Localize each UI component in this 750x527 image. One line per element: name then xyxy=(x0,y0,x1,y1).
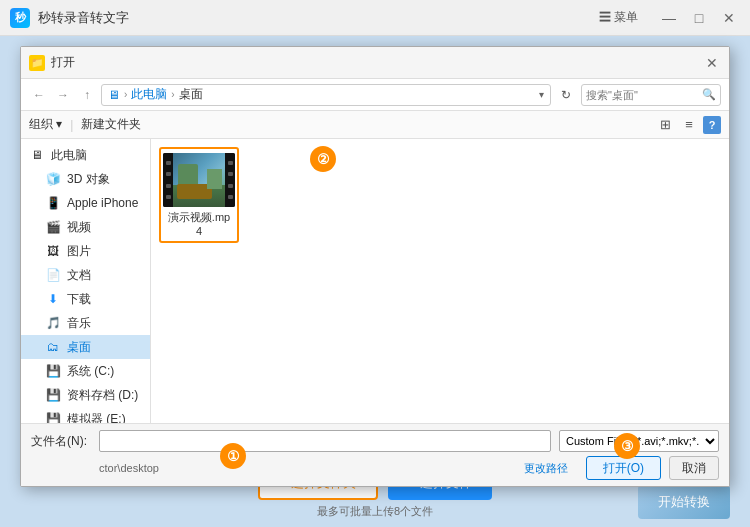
file-item[interactable]: 演示视频.mp4 xyxy=(159,147,239,243)
filename-label: 文件名(N): xyxy=(31,433,91,450)
app-body: 将视频文件拖曳至此区域，或点击添加 + 选择文件夹 □ 选择文件 最多可批量上传… xyxy=(0,36,750,527)
datad-icon: 💾 xyxy=(45,387,61,403)
maximize-button[interactable]: □ xyxy=(688,7,710,29)
dialog-title: 打开 xyxy=(51,54,703,71)
change-path-button[interactable]: 更改路径 xyxy=(524,461,568,476)
dialog-sidebar: 🖥 此电脑 🧊 3D 对象 📱 Apple iPhone 🎬 视频 🖼 xyxy=(21,139,151,423)
breadcrumb-dropdown[interactable]: ▾ xyxy=(539,89,544,100)
filmstrip-left xyxy=(163,153,173,207)
emulatroe-icon: 💾 xyxy=(45,411,61,423)
iphone-icon: 📱 xyxy=(45,195,61,211)
breadcrumb-computer[interactable]: 此电脑 xyxy=(131,86,167,103)
sidebar-item-documents[interactable]: 📄 文档 xyxy=(21,263,150,287)
3d-icon: 🧊 xyxy=(45,171,61,187)
cancel-button[interactable]: 取消 xyxy=(669,456,719,480)
forward-button[interactable]: → xyxy=(53,85,73,105)
sidebar-item-pictures[interactable]: 🖼 图片 xyxy=(21,239,150,263)
start-convert-button[interactable]: 开始转换 xyxy=(638,485,730,519)
refresh-button[interactable]: ↻ xyxy=(555,84,577,106)
file-thumbnail xyxy=(163,153,235,207)
view-list-button[interactable]: ≡ xyxy=(679,115,699,135)
computer-icon: 🖥 xyxy=(29,147,45,163)
dialog-icon: 📁 xyxy=(29,55,45,71)
back-button[interactable]: ← xyxy=(29,85,49,105)
menu-button[interactable]: ☰ 菜单 xyxy=(599,9,638,26)
callout-1: ① xyxy=(220,443,246,469)
search-box[interactable]: 🔍 xyxy=(581,84,721,106)
search-input[interactable] xyxy=(586,89,702,101)
help-button[interactable]: ? xyxy=(703,116,721,134)
music-icon: 🎵 xyxy=(45,315,61,331)
path-value: ctor\desktop xyxy=(99,462,516,474)
sidebar-item-videos[interactable]: 🎬 视频 xyxy=(21,215,150,239)
view-controls: ⊞ ≡ ? xyxy=(655,115,721,135)
pictures-icon: 🖼 xyxy=(45,243,61,259)
app-title: 秒转录音转文字 xyxy=(38,9,599,27)
sidebar-item-desktop[interactable]: 🗂 桌面 xyxy=(21,335,150,359)
callout-3: ③ xyxy=(614,433,640,459)
close-button[interactable]: ✕ xyxy=(718,7,740,29)
breadcrumb-icon: 🖥 xyxy=(108,88,120,102)
app-logo: 秒 xyxy=(10,8,30,28)
dialog-titlebar: 📁 打开 ✕ xyxy=(21,47,729,79)
dialog-toolbar2: 组织 ▾ | 新建文件夹 ⊞ ≡ ? xyxy=(21,111,729,139)
filmstrip-right xyxy=(225,153,235,207)
sidebar-item-datad[interactable]: 💾 资料存档 (D:) xyxy=(21,383,150,407)
filename-input[interactable] xyxy=(99,430,551,452)
sidebar-item-iphone[interactable]: 📱 Apple iPhone xyxy=(21,191,150,215)
open-file-dialog: 📁 打开 ✕ ← → ↑ 🖥 › 此电脑 › 桌面 ▾ ↻ 🔍 xyxy=(20,46,730,487)
videos-icon: 🎬 xyxy=(45,219,61,235)
callout-2: ② xyxy=(310,146,336,172)
minimize-button[interactable]: — xyxy=(658,7,680,29)
sidebar-item-3d[interactable]: 🧊 3D 对象 xyxy=(21,167,150,191)
sidebar-item-emulatore[interactable]: 💾 模拟器 (E:) xyxy=(21,407,150,423)
desktop-icon: 🗂 xyxy=(45,339,61,355)
up-button[interactable]: ↑ xyxy=(77,85,97,105)
organize-button[interactable]: 组织 ▾ xyxy=(29,116,62,133)
sysc-icon: 💾 xyxy=(45,363,61,379)
sidebar-item-computer[interactable]: 🖥 此电脑 xyxy=(21,143,150,167)
file-name: 演示视频.mp4 xyxy=(165,210,233,237)
sidebar-item-music[interactable]: 🎵 音乐 xyxy=(21,311,150,335)
search-icon[interactable]: 🔍 xyxy=(702,88,716,101)
downloads-icon: ⬇ xyxy=(45,291,61,307)
dialog-close-button[interactable]: ✕ xyxy=(703,54,721,72)
file-grid: 演示视频.mp4 xyxy=(159,147,721,243)
documents-icon: 📄 xyxy=(45,267,61,283)
dialog-toolbar: ← → ↑ 🖥 › 此电脑 › 桌面 ▾ ↻ 🔍 xyxy=(21,79,729,111)
dialog-content: 🖥 此电脑 🧊 3D 对象 📱 Apple iPhone 🎬 视频 🖼 xyxy=(21,139,729,423)
breadcrumb-current: 桌面 xyxy=(179,86,203,103)
file-area[interactable]: 演示视频.mp4 xyxy=(151,139,729,423)
new-folder-button[interactable]: 新建文件夹 xyxy=(81,116,141,133)
thumbnail-content xyxy=(173,153,225,207)
breadcrumb-bar[interactable]: 🖥 › 此电脑 › 桌面 ▾ xyxy=(101,84,551,106)
titlebar: 秒 秒转录音转文字 ☰ 菜单 — □ ✕ xyxy=(0,0,750,36)
sidebar-item-downloads[interactable]: ⬇ 下载 xyxy=(21,287,150,311)
open-button[interactable]: 打开(O) xyxy=(586,456,661,480)
view-toggle-button[interactable]: ⊞ xyxy=(655,115,675,135)
max-files-text: 最多可批量上传8个文件 xyxy=(317,504,433,519)
sidebar-item-sysc[interactable]: 💾 系统 (C:) xyxy=(21,359,150,383)
path-row: ctor\desktop 更改路径 打开(O) 取消 xyxy=(31,456,719,480)
window-controls: — □ ✕ xyxy=(658,7,740,29)
